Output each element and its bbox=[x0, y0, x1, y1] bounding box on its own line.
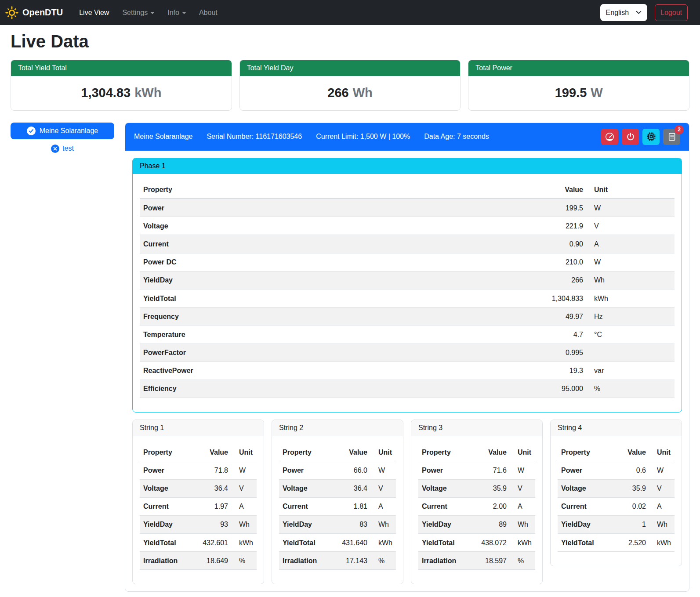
table-row: YieldTotal2.520kWh bbox=[558, 534, 675, 552]
logout-button[interactable]: Logout bbox=[655, 4, 688, 21]
property-cell: Voltage bbox=[558, 479, 614, 497]
table-row: YieldDay83Wh bbox=[279, 515, 396, 533]
property-cell: Current bbox=[558, 497, 614, 515]
property-cell: Current bbox=[140, 235, 407, 253]
unit-cell: W bbox=[232, 461, 257, 479]
property-cell: Power bbox=[140, 461, 191, 479]
summary-value: 199.5 bbox=[555, 86, 587, 100]
unit-cell: °C bbox=[587, 326, 675, 344]
property-cell: Frequency bbox=[140, 308, 407, 326]
limit-settings-button[interactable] bbox=[601, 129, 618, 145]
phase-card-body: PropertyValueUnitPower199.5WVoltage221.9… bbox=[133, 174, 682, 412]
data-table: PropertyValueUnitPower66.0WVoltage36.4VC… bbox=[279, 443, 396, 570]
power-icon bbox=[626, 132, 635, 141]
value-cell: 1,304.833 bbox=[407, 289, 587, 308]
summary-card-title: Total Power bbox=[468, 60, 689, 76]
inverter-sidebar: Meine Solaranlage test bbox=[11, 123, 114, 153]
journal-icon bbox=[667, 132, 676, 141]
strings-row: String 1PropertyValueUnitPower71.8WVolta… bbox=[132, 420, 682, 584]
language-select[interactable]: English bbox=[600, 4, 647, 21]
inverter-card-header: Meine Solaranlage Serial Number: 1161716… bbox=[125, 123, 689, 151]
column-header: Property bbox=[140, 181, 407, 199]
table-row: Temperature4.7°C bbox=[140, 326, 675, 344]
value-cell: 36.4 bbox=[191, 479, 232, 497]
inverter-card: Meine Solaranlage Serial Number: 1161716… bbox=[125, 123, 689, 592]
power-toggle-button[interactable] bbox=[622, 129, 639, 145]
property-cell: YieldDay bbox=[418, 515, 470, 533]
value-cell: 19.3 bbox=[407, 362, 587, 380]
property-cell: Power bbox=[279, 461, 330, 479]
property-cell: Temperature bbox=[140, 326, 407, 344]
serial-number: Serial Number: 116171603546 bbox=[207, 133, 302, 141]
data-table: PropertyValueUnitPower71.6WVoltage35.9VC… bbox=[418, 443, 535, 570]
column-header: Property bbox=[418, 443, 470, 461]
inverter-item-label: test bbox=[62, 145, 74, 152]
table-row: Power0.6W bbox=[558, 461, 675, 479]
value-cell: 438.072 bbox=[470, 534, 510, 552]
property-cell: PowerFactor bbox=[140, 344, 407, 362]
unit-cell: A bbox=[371, 497, 396, 515]
value-cell: 36.4 bbox=[330, 479, 371, 497]
column-header: Unit bbox=[649, 443, 675, 461]
unit-cell: % bbox=[510, 552, 535, 570]
event-count-badge: 2 bbox=[675, 125, 684, 134]
table-row: Voltage35.9V bbox=[558, 479, 675, 497]
unit-cell: Wh bbox=[587, 271, 675, 289]
inverter-card-body: Phase 1 PropertyValueUnitPower199.5WVolt… bbox=[125, 151, 689, 592]
summary-card-title: Total Yield Day bbox=[240, 60, 461, 76]
property-cell: YieldTotal bbox=[140, 534, 191, 552]
nav-item-about[interactable]: About bbox=[192, 5, 224, 20]
property-cell: Voltage bbox=[140, 479, 191, 497]
unit-cell: var bbox=[587, 362, 675, 380]
value-cell: 35.9 bbox=[470, 479, 510, 497]
inverter-item-test[interactable]: test bbox=[11, 145, 114, 153]
value-cell: 71.8 bbox=[191, 461, 232, 479]
property-cell: Efficiency bbox=[140, 380, 407, 398]
chevron-down-icon bbox=[636, 11, 642, 14]
nav-item-settings[interactable]: Settings bbox=[116, 5, 161, 20]
table-row: YieldTotal432.601kWh bbox=[140, 534, 257, 552]
summary-card-body: 266Wh bbox=[240, 76, 461, 110]
nav-item-label: Info bbox=[167, 9, 179, 17]
nav-item-info[interactable]: Info bbox=[161, 5, 192, 20]
string-card-body: PropertyValueUnitPower66.0WVoltage36.4VC… bbox=[272, 436, 403, 584]
event-log-button[interactable]: 2 bbox=[663, 129, 680, 145]
data-table: PropertyValueUnitPower71.8WVoltage36.4VC… bbox=[140, 443, 257, 570]
table-row: Power71.8W bbox=[140, 461, 257, 479]
value-cell: 1.81 bbox=[330, 497, 371, 515]
unit-cell: A bbox=[510, 497, 535, 515]
string-card-body: PropertyValueUnitPower71.6WVoltage35.9VC… bbox=[411, 436, 542, 584]
brand[interactable]: OpenDTU bbox=[5, 6, 63, 19]
inverter-panel: Meine Solaranlage Serial Number: 1161716… bbox=[125, 123, 689, 592]
string-card-body: PropertyValueUnitPower0.6WVoltage35.9VCu… bbox=[551, 436, 682, 566]
unit-cell: Wh bbox=[371, 515, 396, 533]
navbar-right: English Logout bbox=[600, 4, 688, 21]
nav-item-live-view[interactable]: Live View bbox=[73, 5, 116, 20]
column-header: Value bbox=[614, 443, 649, 461]
column-header: Unit bbox=[510, 443, 535, 461]
unit-cell: % bbox=[587, 380, 675, 398]
property-cell: Irradiation bbox=[140, 552, 191, 570]
value-cell: 0.90 bbox=[407, 235, 587, 253]
table-header-row: PropertyValueUnit bbox=[558, 443, 675, 461]
device-info-button[interactable] bbox=[642, 129, 660, 145]
value-cell: 18.649 bbox=[191, 552, 232, 570]
value-cell: 18.597 bbox=[470, 552, 510, 570]
inverter-select-button[interactable]: Meine Solaranlage bbox=[11, 123, 114, 139]
unit-cell: kWh bbox=[649, 534, 675, 552]
summary-unit: Wh bbox=[353, 86, 373, 100]
table-row: YieldDay1Wh bbox=[558, 515, 675, 533]
value-cell: 4.7 bbox=[407, 326, 587, 344]
column-header: Value bbox=[191, 443, 232, 461]
property-cell: ReactivePower bbox=[140, 362, 407, 380]
value-cell: 432.601 bbox=[191, 534, 232, 552]
unit-cell: W bbox=[371, 461, 396, 479]
property-cell: Current bbox=[279, 497, 330, 515]
unit-cell: % bbox=[371, 552, 396, 570]
table-row: YieldTotal1,304.833kWh bbox=[140, 289, 675, 308]
table-row: Irradiation18.597% bbox=[418, 552, 535, 570]
summary-card-total-yield-total: Total Yield Total 1,304.83kWh bbox=[11, 60, 232, 111]
unit-cell: V bbox=[587, 217, 675, 235]
unit-cell: W bbox=[587, 253, 675, 271]
string-card-title: String 3 bbox=[411, 420, 542, 436]
